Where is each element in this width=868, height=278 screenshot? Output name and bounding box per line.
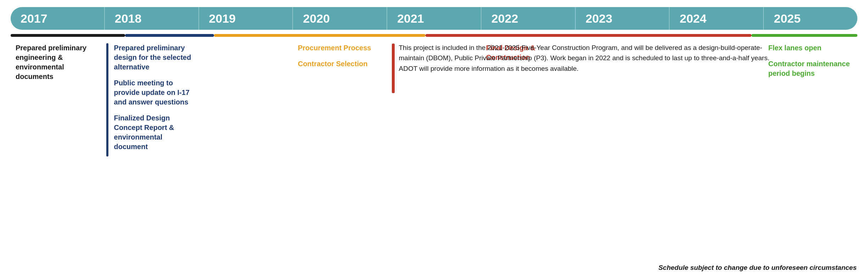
project-info-box: This project is included in the 2021-202… xyxy=(392,42,787,93)
phase-line-orange_line xyxy=(214,34,426,37)
phase-lines-row xyxy=(11,33,857,40)
column-bar-2018 xyxy=(106,43,108,157)
col-text-2018-2: Finalized Design Concept Report & enviro… xyxy=(110,113,195,152)
phase-line-black_line xyxy=(11,34,125,37)
year-cell-2020: 2020 xyxy=(293,7,387,30)
phase-line-red_line xyxy=(425,34,751,37)
year-cell-2018: 2018 xyxy=(105,7,199,30)
column-2017: Prepared preliminary engineering & envir… xyxy=(11,40,105,158)
column-2018: Prepared preliminary design for the sele… xyxy=(105,40,199,158)
timeline-container: 201720182019202020212022202320242025 Pre… xyxy=(0,0,868,165)
col-text-2020-1: Contractor Selection xyxy=(298,59,383,69)
year-cell-2025: 2025 xyxy=(764,7,857,30)
column-2020: Procurement ProcessContractor Selection xyxy=(293,40,387,158)
year-cell-2019: 2019 xyxy=(199,7,293,30)
project-info-text: This project is included in the 2021-202… xyxy=(399,42,787,74)
phase-line-green_line xyxy=(751,34,857,37)
col-text-2018-1: Public meeting to provide update on I-17… xyxy=(110,78,195,107)
project-info-bar xyxy=(392,44,395,93)
year-cell-2022: 2022 xyxy=(481,7,576,30)
year-bar: 201720182019202020212022202320242025 xyxy=(11,7,857,30)
year-cell-2017: 2017 xyxy=(11,7,105,30)
schedule-note: Schedule subject to change due to unfore… xyxy=(658,264,857,272)
column-2019 xyxy=(199,40,293,158)
col-text-2017-0: Prepared preliminary engineering & envir… xyxy=(16,43,101,81)
phase-line-navy_line xyxy=(125,34,214,37)
year-cell-2024: 2024 xyxy=(670,7,764,30)
year-cell-2023: 2023 xyxy=(576,7,670,30)
col-text-2020-0: Procurement Process xyxy=(298,43,383,53)
year-cell-2021: 2021 xyxy=(387,7,481,30)
col-text-2018-0: Prepared preliminary design for the sele… xyxy=(110,43,195,72)
